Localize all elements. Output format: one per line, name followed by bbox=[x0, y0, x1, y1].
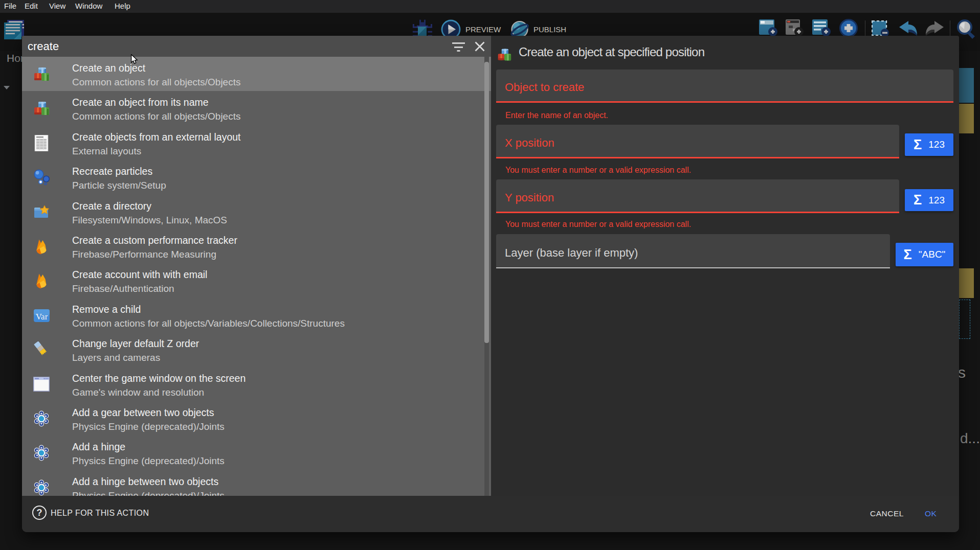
svg-text:Var: Var bbox=[36, 312, 48, 322]
